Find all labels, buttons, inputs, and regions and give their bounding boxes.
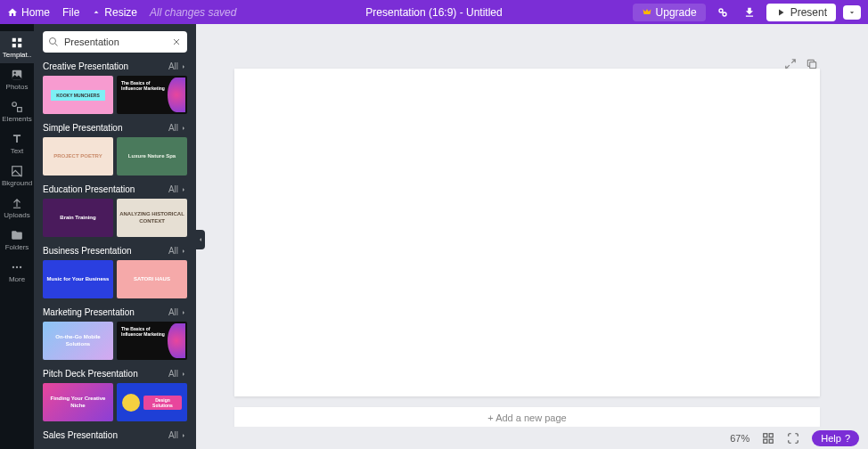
template-category: Simple PresentationAll PROJECT POETRYLux… xyxy=(43,123,187,176)
svg-point-11 xyxy=(12,265,14,267)
file-menu[interactable]: File xyxy=(62,6,79,19)
sidebar-templates[interactable]: Templat.. xyxy=(0,31,34,63)
present-label: Present xyxy=(790,6,827,19)
resize-button[interactable]: Resize xyxy=(92,6,137,19)
upgrade-button[interactable]: Upgrade xyxy=(633,4,706,21)
category-header: Business PresentationAll xyxy=(43,246,187,256)
sidebar-label: Templat.. xyxy=(3,51,31,59)
canvas-area: + Add a new page xyxy=(196,24,868,427)
svg-point-13 xyxy=(20,265,21,267)
sidebar-label: Elements xyxy=(2,115,31,123)
resize-icon xyxy=(92,8,101,17)
category-all-link[interactable]: All xyxy=(168,184,187,194)
home-label: Home xyxy=(21,6,50,19)
sidebar-folders[interactable]: Folders xyxy=(0,224,34,256)
template-thumbnail[interactable]: Music for Your Business xyxy=(43,260,113,298)
present-dropdown[interactable] xyxy=(843,5,861,20)
sidebar-uploads[interactable]: Uploads xyxy=(0,192,34,224)
help-button[interactable]: Help ? xyxy=(812,430,859,446)
upgrade-label: Upgrade xyxy=(656,6,697,19)
template-category: Creative PresentationAll KOOKY MUNCHERST… xyxy=(43,61,187,114)
template-thumbnail[interactable]: ANALYZING HISTORICAL CONTEXT xyxy=(117,199,187,237)
category-title: Education Presentation xyxy=(43,184,135,194)
svg-rect-10 xyxy=(12,166,22,176)
category-title: Business Presentation xyxy=(43,246,132,256)
more-icon xyxy=(11,261,23,273)
template-category: Business PresentationAll Music for Your … xyxy=(43,246,187,298)
svg-point-7 xyxy=(14,71,16,73)
category-header: Marketing PresentationAll xyxy=(43,307,187,317)
share-button[interactable] xyxy=(713,3,733,22)
sidebar-label: Photos xyxy=(6,83,29,91)
folders-icon xyxy=(11,229,23,241)
template-thumbnail[interactable]: PROJECT POETRY xyxy=(43,137,113,176)
template-category: Pitch Deck PresentationAll Finding Your … xyxy=(43,369,187,421)
svg-rect-15 xyxy=(810,62,816,69)
category-header: Pitch Deck PresentationAll xyxy=(43,369,187,379)
home-icon xyxy=(7,7,18,18)
svg-rect-18 xyxy=(764,439,767,443)
category-thumbs: On-the-Go Mobile SolutionsThe Basics of … xyxy=(43,322,187,360)
collapse-panel-handle[interactable] xyxy=(196,230,205,249)
search-icon xyxy=(48,37,59,47)
template-thumbnail[interactable]: Design Solutions xyxy=(117,383,187,421)
category-all-link[interactable]: All xyxy=(168,123,187,133)
category-all-link[interactable]: All xyxy=(168,246,187,256)
sidebar-text[interactable]: Text xyxy=(0,127,34,159)
svg-rect-4 xyxy=(12,44,16,47)
category-all-link[interactable]: All xyxy=(168,430,187,440)
svg-rect-19 xyxy=(769,439,773,443)
home-link[interactable]: Home xyxy=(7,6,50,19)
template-thumbnail[interactable]: The Basics of Influencer Marketing xyxy=(117,76,187,114)
template-category: Education PresentationAll Brain Training… xyxy=(43,184,187,237)
category-all-link[interactable]: All xyxy=(168,369,187,379)
svg-rect-17 xyxy=(769,433,773,437)
play-icon xyxy=(775,7,786,18)
template-thumbnail[interactable]: Finding Your Creative Niche xyxy=(43,383,113,421)
sidebar-label: Bkground xyxy=(2,179,32,187)
sidebar-elements[interactable]: Elements xyxy=(0,95,34,127)
template-thumbnail[interactable]: KOOKY MUNCHERS xyxy=(43,76,113,114)
help-icon: ? xyxy=(845,433,850,444)
category-header: Sales PresentationAll xyxy=(43,430,187,440)
fullscreen-icon[interactable] xyxy=(787,432,799,445)
category-all-link[interactable]: All xyxy=(168,307,187,317)
search-wrapper xyxy=(43,31,187,53)
template-thumbnail[interactable]: The Basics of Influencer Marketing xyxy=(117,322,187,360)
download-button[interactable] xyxy=(740,3,759,22)
grid-view-icon[interactable] xyxy=(762,432,774,445)
background-icon xyxy=(11,165,23,177)
search-input[interactable] xyxy=(43,31,187,53)
category-title: Marketing Presentation xyxy=(43,307,135,317)
page-canvas[interactable] xyxy=(234,69,820,396)
clear-search-icon[interactable] xyxy=(171,37,182,47)
zoom-level[interactable]: 67% xyxy=(730,433,749,444)
saved-status: All changes saved xyxy=(150,6,236,19)
template-thumbnail[interactable]: On-the-Go Mobile Solutions xyxy=(43,322,113,360)
category-header: Simple PresentationAll xyxy=(43,123,187,133)
templates-icon xyxy=(11,37,23,49)
sidebar-background[interactable]: Bkground xyxy=(0,159,34,192)
resize-label: Resize xyxy=(104,6,137,19)
sidebar-photos[interactable]: Photos xyxy=(0,63,34,95)
category-thumbs: Brain TrainingANALYZING HISTORICAL CONTE… xyxy=(43,199,187,237)
template-thumbnail[interactable]: Brain Training xyxy=(43,199,113,237)
svg-point-12 xyxy=(16,265,18,267)
svg-rect-2 xyxy=(12,37,16,41)
svg-rect-5 xyxy=(18,44,21,47)
help-label: Help xyxy=(821,433,841,444)
present-button[interactable]: Present xyxy=(766,4,836,21)
template-category: Marketing PresentationAll On-the-Go Mobi… xyxy=(43,307,187,360)
svg-rect-3 xyxy=(18,37,21,41)
sidebar-more[interactable]: More xyxy=(0,256,34,288)
sidebar-label: Uploads xyxy=(4,211,29,219)
uploads-icon xyxy=(11,197,23,209)
template-category: Sales PresentationAll xyxy=(43,430,187,440)
category-header: Creative PresentationAll xyxy=(43,61,187,71)
add-page-button[interactable]: + Add a new page xyxy=(234,407,820,429)
top-right-actions: Upgrade Present xyxy=(633,3,861,22)
category-all-link[interactable]: All xyxy=(168,61,187,71)
template-thumbnail[interactable]: Luxure Nature Spa xyxy=(117,137,187,176)
document-title[interactable]: Presentation (16:9) - Untitled xyxy=(365,6,502,19)
template-thumbnail[interactable]: SATORI HAUS xyxy=(117,260,187,298)
